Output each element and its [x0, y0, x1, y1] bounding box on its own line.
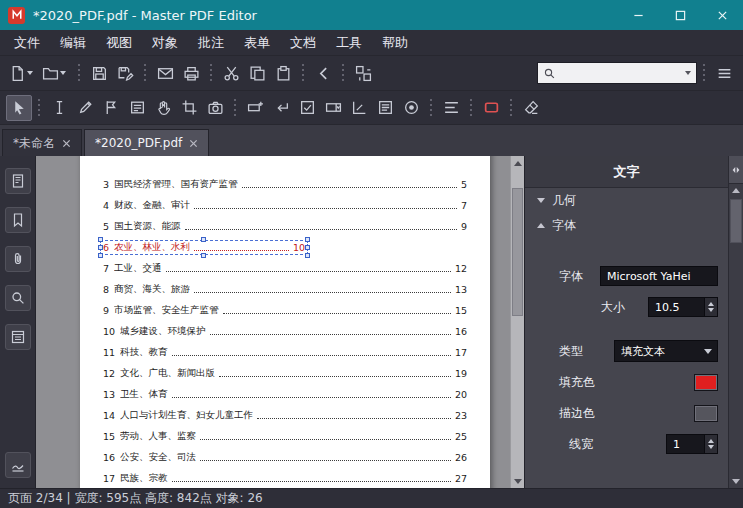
search-panel-button[interactable] — [5, 285, 31, 311]
back-button[interactable] — [310, 60, 336, 86]
snapshot-tool-button[interactable] — [202, 95, 228, 121]
flag-tool-button[interactable] — [98, 95, 124, 121]
fill-color-swatch[interactable] — [694, 374, 718, 391]
pdf-page[interactable]: 3 国民经济管理、国有资产监管 5 4 财政、金融、审计 7 5 国土资源、能源… — [80, 156, 490, 488]
tab-close-icon[interactable] — [189, 139, 198, 148]
minimize-button[interactable] — [617, 0, 659, 30]
panel-scroll-down-button[interactable] — [729, 475, 743, 488]
menu-annotation[interactable]: 批注 — [188, 31, 234, 55]
toolbar-separator — [510, 99, 512, 117]
crop-tool-button[interactable] — [176, 95, 202, 121]
toc-entry-page: 23 — [455, 410, 467, 421]
toc-entry[interactable]: 17 民族、宗教 27 — [100, 468, 470, 488]
scroll-down-button[interactable] — [511, 474, 524, 488]
attachments-button[interactable] — [5, 246, 31, 272]
toc-entry-number: 11 — [103, 347, 115, 358]
tab-untitled[interactable]: *未命名 — [2, 129, 82, 156]
toc-entry[interactable]: 13 卫生、体育 20 — [100, 384, 470, 405]
edit-object-tool-button[interactable] — [72, 95, 98, 121]
signature-field-tool-button[interactable] — [346, 95, 372, 121]
align-tool-button[interactable] — [438, 95, 464, 121]
stroke-color-swatch[interactable] — [694, 405, 718, 422]
toc-entry[interactable]: 14 人口与计划生育、妇女儿童工作 23 — [100, 405, 470, 426]
font-size-input[interactable]: 10.5 — [648, 297, 718, 317]
eraser-tool-button[interactable] — [518, 95, 544, 121]
swap-pages-button[interactable] — [350, 60, 376, 86]
select-tool-button[interactable] — [6, 95, 32, 121]
toc-entry[interactable]: 12 文化、广电、新闻出版 19 — [100, 363, 470, 384]
push-button-tool-button[interactable] — [268, 95, 294, 121]
print-button[interactable] — [178, 60, 204, 86]
cut-button[interactable] — [218, 60, 244, 86]
toc-entry[interactable]: 4 财政、金融、审计 7 — [100, 195, 470, 216]
toolbar-separator — [470, 99, 472, 117]
hand-tool-button[interactable] — [150, 95, 176, 121]
toc-entry-number: 4 — [103, 200, 109, 211]
toc-entry[interactable]: 15 劳动、人事、监察 25 — [100, 426, 470, 447]
search-input[interactable] — [560, 67, 681, 79]
listbox-tool-button[interactable] — [372, 95, 398, 121]
annotations-list-button[interactable] — [124, 95, 150, 121]
toc-entry-title: 文化、广电、新闻出版 — [120, 367, 215, 380]
line-width-input[interactable]: 1 — [666, 434, 718, 454]
toc-entry[interactable]: 11 科技、教育 17 — [100, 342, 470, 363]
font-family-input[interactable]: Microsoft YaHei — [600, 266, 718, 286]
scroll-up-button[interactable] — [511, 156, 524, 170]
bookmarks-button[interactable] — [5, 207, 31, 233]
menu-form[interactable]: 表单 — [234, 31, 280, 55]
menu-file[interactable]: 文件 — [4, 31, 50, 55]
copy-button[interactable] — [244, 60, 270, 86]
document-view[interactable]: 3 国民经济管理、国有资产监管 5 4 财政、金融、审计 7 5 国土资源、能源… — [36, 156, 510, 488]
checkbox-tool-button[interactable] — [294, 95, 320, 121]
toc-entry[interactable]: 6 农业、林业、水利 10 — [100, 237, 470, 258]
scrollbar-track[interactable] — [511, 170, 524, 474]
edit-text-tool-button[interactable] — [46, 95, 72, 121]
radio-button-tool-button[interactable] — [398, 95, 424, 121]
search-dropdown-icon[interactable] — [685, 71, 691, 75]
text-type-dropdown[interactable]: 填充文本 — [614, 340, 718, 362]
menu-tools[interactable]: 工具 — [326, 31, 372, 55]
thumbnails-button[interactable] — [5, 168, 31, 194]
menu-edit[interactable]: 编辑 — [50, 31, 96, 55]
line-width-spinner[interactable] — [704, 435, 717, 453]
toolbar-menu-button[interactable] — [711, 60, 737, 86]
panel-scrollbar-thumb[interactable] — [730, 199, 742, 243]
open-file-button[interactable] — [39, 60, 72, 86]
menu-help[interactable]: 帮助 — [372, 31, 418, 55]
panel-scrollbar-track[interactable] — [729, 197, 743, 475]
scrollbar-thumb[interactable] — [512, 188, 523, 316]
tab-2020-pdf[interactable]: *2020_PDF.pdf — [84, 129, 209, 156]
menu-object[interactable]: 对象 — [142, 31, 188, 55]
font-size-spinner[interactable] — [704, 298, 717, 316]
toc-entry[interactable]: 16 公安、安全、司法 26 — [100, 447, 470, 468]
panel-scroll-up-button[interactable] — [729, 184, 743, 197]
font-family-label: 字体 — [559, 268, 583, 285]
section-geometry[interactable]: 几何 — [525, 188, 728, 213]
section-font[interactable]: 字体 — [525, 213, 728, 238]
email-button[interactable] — [152, 60, 178, 86]
text-field-tool-button[interactable] — [242, 95, 268, 121]
maximize-button[interactable] — [659, 0, 701, 30]
panel-collapse-button[interactable] — [729, 156, 743, 184]
toc-entry[interactable]: 10 城乡建设、环境保护 16 — [100, 321, 470, 342]
search-box — [537, 62, 697, 84]
paste-button[interactable] — [270, 60, 296, 86]
toc-entry[interactable]: 9 市场监管、安全生产监管 15 — [100, 300, 470, 321]
rectangle-annotation-button[interactable] — [478, 95, 504, 121]
tab-close-icon[interactable] — [62, 139, 71, 148]
combobox-tool-button[interactable] — [320, 95, 346, 121]
toc-entry[interactable]: 3 国民经济管理、国有资产监管 5 — [100, 174, 470, 195]
new-document-button[interactable] — [6, 60, 39, 86]
save-button[interactable] — [86, 60, 112, 86]
form-fields-button[interactable] — [5, 324, 31, 350]
menu-view[interactable]: 视图 — [96, 31, 142, 55]
new-document-dropdown-icon[interactable] — [27, 71, 33, 75]
toc-entry[interactable]: 7 工业、交通 12 — [100, 258, 470, 279]
menu-document[interactable]: 文档 — [280, 31, 326, 55]
signatures-button[interactable] — [5, 452, 31, 478]
toc-entry[interactable]: 8 商贸、海关、旅游 13 — [100, 279, 470, 300]
open-file-dropdown-icon[interactable] — [60, 71, 66, 75]
toc-entry[interactable]: 5 国土资源、能源 9 — [100, 216, 470, 237]
save-as-button[interactable] — [112, 60, 138, 86]
close-button[interactable] — [701, 0, 743, 30]
